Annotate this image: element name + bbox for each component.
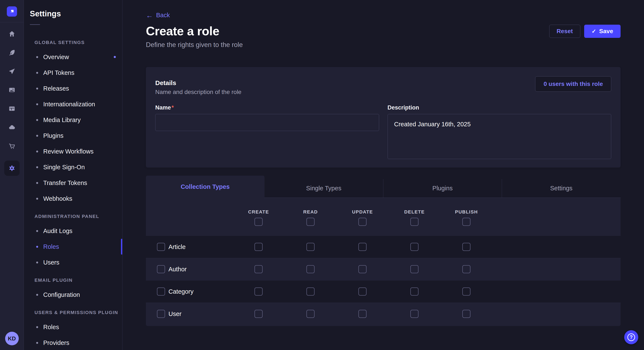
tab-settings[interactable]: Settings bbox=[502, 179, 620, 198]
checkbox-select-all-create[interactable] bbox=[254, 218, 262, 226]
sidebar-item-providers[interactable]: Providers bbox=[24, 335, 122, 350]
shopping-cart-icon[interactable] bbox=[8, 142, 16, 150]
sidebar-item-audit-logs[interactable]: Audit Logs bbox=[24, 223, 122, 239]
checkbox-category-read[interactable] bbox=[306, 288, 314, 296]
back-link[interactable]: ← Back bbox=[146, 12, 170, 19]
settings-gear-icon[interactable] bbox=[4, 161, 20, 176]
tab-bar: Collection Types Single Types Plugins Se… bbox=[146, 176, 620, 198]
reset-button[interactable]: Reset bbox=[549, 25, 580, 38]
paper-plane-icon[interactable] bbox=[8, 67, 16, 75]
media-picture-icon[interactable] bbox=[8, 86, 16, 94]
bullet-icon bbox=[36, 198, 38, 200]
checkbox-user-create[interactable] bbox=[254, 310, 262, 318]
checkbox-user-publish[interactable] bbox=[462, 310, 470, 318]
description-textarea[interactable]: Created January 16th, 2025 bbox=[388, 114, 612, 159]
help-button[interactable]: ? bbox=[624, 330, 638, 344]
details-fields: Name* Description Created January 16th, … bbox=[155, 104, 611, 160]
sidebar-item-roles-up[interactable]: Roles bbox=[24, 319, 122, 335]
sidebar-item-plugins[interactable]: Plugins bbox=[24, 128, 122, 144]
help-icon: ? bbox=[628, 334, 635, 341]
checkbox-category-publish[interactable] bbox=[462, 288, 470, 296]
sidebar-item-webhooks[interactable]: Webhooks bbox=[24, 191, 122, 206]
bullet-icon bbox=[36, 294, 38, 296]
description-field-group: Description Created January 16th, 2025 bbox=[388, 104, 612, 160]
strapi-logo[interactable] bbox=[7, 6, 17, 16]
checkbox-category-update[interactable] bbox=[358, 288, 366, 296]
checkbox-category-delete[interactable] bbox=[410, 288, 418, 296]
bullet-icon bbox=[36, 135, 38, 137]
checkbox-select-user[interactable] bbox=[157, 310, 165, 318]
checkbox-article-delete[interactable] bbox=[410, 243, 418, 251]
name-input[interactable] bbox=[155, 114, 379, 131]
details-card-titles: Details Name and description of the role bbox=[155, 76, 242, 95]
bullet-icon bbox=[36, 182, 38, 184]
sidebar-item-users[interactable]: Users bbox=[24, 255, 122, 270]
tab-collection-types[interactable]: Collection Types bbox=[146, 176, 264, 198]
checkbox-article-create[interactable] bbox=[254, 243, 262, 251]
checkbox-article-read[interactable] bbox=[306, 243, 314, 251]
tab-single-types[interactable]: Single Types bbox=[264, 179, 383, 198]
sidebar-item-releases[interactable]: Releases bbox=[24, 81, 122, 96]
back-arrow-icon: ← bbox=[146, 12, 153, 18]
checkbox-article-publish[interactable] bbox=[462, 243, 470, 251]
details-title: Details bbox=[155, 76, 242, 87]
checkbox-author-publish[interactable] bbox=[462, 265, 470, 273]
feather-pen-icon[interactable] bbox=[8, 48, 16, 57]
section-global-settings: GLOBAL SETTINGS bbox=[34, 40, 122, 45]
header-actions: Reset ✓ Save bbox=[549, 24, 620, 38]
active-item-indicator bbox=[121, 239, 122, 255]
sidebar-item-single-sign-on[interactable]: Single Sign-On bbox=[24, 159, 122, 175]
checkbox-category-create[interactable] bbox=[254, 288, 262, 296]
required-asterisk: * bbox=[172, 104, 174, 111]
checkbox-select-all-read[interactable] bbox=[306, 218, 314, 226]
details-card-header: Details Name and description of the role… bbox=[155, 76, 611, 95]
user-avatar[interactable]: KD bbox=[5, 332, 19, 345]
details-card: Details Name and description of the role… bbox=[146, 67, 620, 168]
cloud-icon[interactable] bbox=[8, 123, 16, 132]
home-icon[interactable] bbox=[8, 29, 16, 38]
checkbox-author-update[interactable] bbox=[358, 265, 366, 273]
sidebar-item-transfer-tokens[interactable]: Transfer Tokens bbox=[24, 175, 122, 191]
save-button[interactable]: ✓ Save bbox=[584, 25, 620, 38]
sidebar-item-overview[interactable]: Overview bbox=[24, 49, 122, 65]
tab-plugins[interactable]: Plugins bbox=[383, 179, 502, 198]
layout-icon[interactable] bbox=[8, 104, 16, 113]
sidebar-item-internationalization[interactable]: Internationalization bbox=[24, 96, 122, 112]
permissions-header-row: CREATE READ UPDATE DELETE bbox=[146, 198, 620, 236]
notification-dot bbox=[114, 56, 116, 58]
sidebar-item-configuration[interactable]: Configuration bbox=[24, 287, 122, 303]
bullet-icon bbox=[36, 166, 38, 168]
checkbox-select-all-publish[interactable] bbox=[462, 218, 470, 226]
sidebar-item-api-tokens[interactable]: API Tokens bbox=[24, 65, 122, 81]
bullet-icon bbox=[36, 246, 38, 248]
checkbox-author-read[interactable] bbox=[306, 265, 314, 273]
icon-rail: KD bbox=[0, 0, 24, 350]
sidebar-item-media-library[interactable]: Media Library bbox=[24, 112, 122, 128]
sidebar-item-review-workflows[interactable]: Review Workflows bbox=[24, 144, 122, 159]
header-filler bbox=[492, 198, 620, 236]
details-subtitle: Name and description of the role bbox=[155, 89, 242, 95]
sidebar-item-roles-admin[interactable]: Roles bbox=[24, 239, 122, 255]
checkbox-author-create[interactable] bbox=[254, 265, 262, 273]
column-create: CREATE bbox=[232, 198, 284, 236]
checkbox-select-category[interactable] bbox=[157, 288, 165, 296]
checkbox-author-delete[interactable] bbox=[410, 265, 418, 273]
description-label: Description bbox=[388, 104, 419, 111]
settings-subnav: Settings GLOBAL SETTINGS Overview API To… bbox=[24, 0, 122, 350]
checkbox-select-all-delete[interactable] bbox=[410, 218, 418, 226]
bullet-icon bbox=[36, 151, 38, 153]
users-permissions-list: Roles Providers bbox=[24, 319, 122, 350]
main-content: ← Back Create a role Define the rights g… bbox=[122, 0, 644, 350]
table-row-article: Article bbox=[146, 236, 620, 258]
page-header-text: Create a role Define the rights given to… bbox=[146, 24, 243, 49]
checkbox-select-article[interactable] bbox=[157, 243, 165, 251]
checkbox-user-update[interactable] bbox=[358, 310, 366, 318]
checkbox-select-author[interactable] bbox=[157, 265, 165, 273]
subnav-divider bbox=[30, 24, 40, 25]
users-with-role-button[interactable]: 0 users with this role bbox=[535, 76, 611, 92]
checkbox-user-read[interactable] bbox=[306, 310, 314, 318]
checkbox-article-update[interactable] bbox=[358, 243, 366, 251]
checkbox-user-delete[interactable] bbox=[410, 310, 418, 318]
bullet-icon bbox=[36, 342, 38, 344]
checkbox-select-all-update[interactable] bbox=[358, 218, 366, 226]
